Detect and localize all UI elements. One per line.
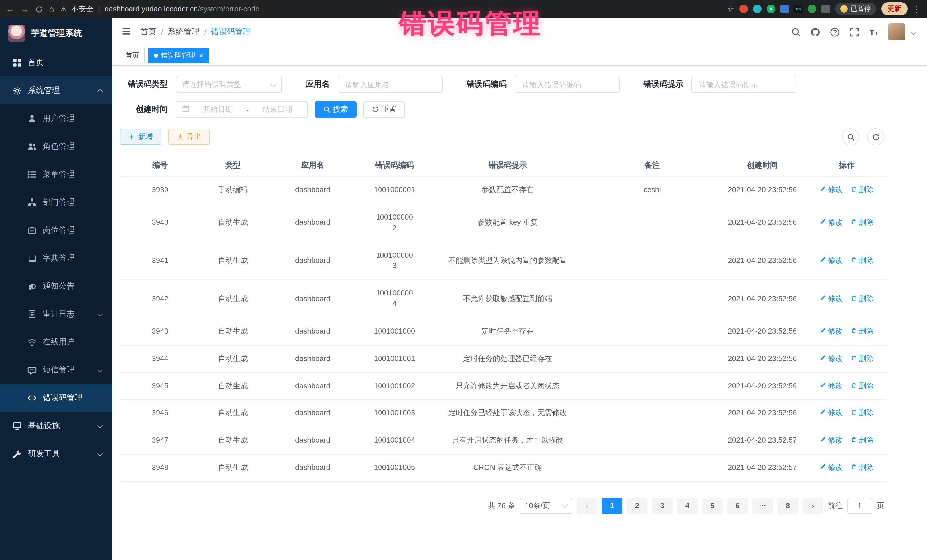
help-icon[interactable] — [830, 27, 840, 37]
sidebar-item-notices[interactable]: 通知公告 — [0, 272, 112, 300]
github-icon[interactable] — [811, 27, 820, 37]
tab-错误码管理[interactable]: 错误码管理× — [148, 48, 209, 63]
page-button-5[interactable]: 5 — [702, 498, 723, 514]
search-button[interactable]: 搜索 — [315, 101, 357, 118]
cell-id: 3941 — [120, 242, 200, 280]
sidebar-item-roles[interactable]: 角色管理 — [0, 132, 112, 160]
sidebar-item-menus[interactable]: 菜单管理 — [0, 160, 112, 188]
page-button-6[interactable]: 6 — [727, 498, 748, 514]
delete-link[interactable]: 删除 — [851, 293, 874, 304]
delete-link[interactable]: 删除 — [851, 217, 874, 228]
sidebar-item-infra[interactable]: 基础设施 — [0, 412, 112, 440]
delete-link[interactable]: 删除 — [851, 255, 874, 266]
edit-link[interactable]: 修改 — [820, 408, 843, 419]
error-type-select[interactable]: 请选择错误码类型 — [176, 76, 282, 93]
delete-icon — [851, 293, 857, 304]
ext-red-icon[interactable] — [739, 5, 748, 13]
home-icon[interactable]: ⌂ — [49, 5, 54, 13]
prev-page-button[interactable]: ‹ — [577, 498, 597, 514]
fullscreen-icon[interactable] — [849, 27, 859, 37]
ext-leaf-icon[interactable] — [808, 5, 816, 13]
edit-link[interactable]: 修改 — [820, 185, 843, 196]
logo[interactable]: 芋道管理系统 — [0, 18, 112, 49]
edit-link[interactable]: 修改 — [820, 255, 843, 266]
error-code-input[interactable] — [521, 80, 613, 89]
avatar[interactable] — [888, 23, 905, 41]
close-icon[interactable]: × — [199, 52, 203, 59]
sidebar: 芋道管理系统 首页系统管理用户管理角色管理菜单管理部门管理岗位管理字典管理通知公… — [0, 18, 112, 560]
hamburger-icon[interactable] — [122, 26, 131, 38]
export-button[interactable]: 导出 — [168, 129, 210, 145]
sidebar-item-audit-logs[interactable]: 审计日志 — [0, 300, 112, 328]
filter-hint-label: 错误码提示 — [643, 79, 684, 90]
page-size-select[interactable]: 10条/页 — [520, 498, 572, 514]
back-icon[interactable]: ← — [6, 5, 14, 13]
sidebar-item-dicts[interactable]: 字典管理 — [0, 244, 112, 272]
delete-link[interactable]: 删除 — [851, 408, 874, 419]
cell-id: 3946 — [120, 400, 200, 427]
ext-green-v-icon[interactable]: V — [767, 5, 775, 13]
edit-link[interactable]: 修改 — [820, 326, 843, 337]
ext-blue-grid-icon[interactable] — [780, 5, 789, 13]
page-button-2[interactable]: 2 — [627, 498, 647, 514]
edit-link[interactable]: 修改 — [820, 354, 843, 364]
browser-menu-icon[interactable]: ⋮ — [913, 4, 921, 14]
chevron-down-icon[interactable] — [911, 29, 916, 35]
delete-link[interactable]: 删除 — [851, 381, 874, 392]
edit-link[interactable]: 修改 — [820, 381, 843, 392]
reset-button[interactable]: 重置 — [363, 101, 405, 118]
breadcrumb-item[interactable]: 首页 — [140, 27, 156, 37]
logo-title: 芋道管理系统 — [31, 28, 82, 38]
error-hint-input[interactable] — [698, 80, 790, 89]
sidebar-item-home[interactable]: 首页 — [0, 49, 112, 76]
ext-vpn-on-icon[interactable]: on — [794, 5, 802, 13]
tab-首页[interactable]: 首页 — [120, 48, 145, 63]
paused-badge[interactable]: 已暂停 — [835, 3, 876, 15]
forward-icon[interactable]: → — [21, 5, 29, 13]
sidebar-item-depts[interactable]: 部门管理 — [0, 188, 112, 216]
search-icon[interactable] — [791, 27, 801, 37]
edit-link[interactable]: 修改 — [820, 293, 843, 304]
delete-link[interactable]: 删除 — [851, 185, 874, 196]
cell-hint: 定时任务不存在 — [429, 318, 586, 345]
delete-link-label: 删除 — [859, 381, 874, 392]
toggle-search-icon[interactable] — [842, 128, 859, 146]
edit-link[interactable]: 修改 — [820, 463, 843, 473]
goto-page-input[interactable] — [847, 498, 872, 514]
delete-link[interactable]: 删除 — [851, 463, 874, 473]
cell-code: 1001001003 — [360, 400, 429, 427]
app-name-input[interactable] — [344, 80, 436, 89]
bookmark-star-icon[interactable]: ☆ — [727, 4, 734, 14]
update-button[interactable]: 更新 — [881, 2, 907, 15]
sidebar-item-error-codes[interactable]: 错误码管理 — [0, 384, 112, 412]
delete-link[interactable]: 删除 — [851, 354, 874, 364]
sidebar-item-sms[interactable]: 短信管理 — [0, 356, 112, 384]
delete-link[interactable]: 删除 — [851, 436, 874, 446]
page-button-4[interactable]: 4 — [677, 498, 698, 514]
add-button[interactable]: 新增 — [120, 129, 161, 145]
date-range-picker[interactable]: 开始日期 - 结束日期 — [176, 101, 308, 118]
next-page-button[interactable]: › — [802, 498, 823, 514]
address-bar[interactable]: ⚠ 不安全 | dashboard.yudao.iocoder.cn/syste… — [61, 4, 260, 14]
reload-icon[interactable] — [35, 5, 43, 13]
sidebar-item-system[interactable]: 系统管理 — [0, 76, 112, 104]
breadcrumb-item[interactable]: 系统管理 — [168, 27, 200, 37]
page-button-3[interactable]: 3 — [652, 498, 673, 514]
page-button-8[interactable]: 8 — [778, 498, 798, 514]
sidebar-item-users[interactable]: 用户管理 — [0, 104, 112, 132]
delete-link-label: 删除 — [859, 185, 874, 196]
sidebar-item-online-users[interactable]: 在线用户 — [0, 328, 112, 356]
edit-link[interactable]: 修改 — [820, 436, 843, 446]
delete-link[interactable]: 删除 — [851, 326, 874, 337]
ext-teal-icon[interactable] — [753, 5, 761, 13]
table-row: 3939手动编辑dashboard1001000001参数配置不存在ceshi2… — [120, 176, 887, 204]
sidebar-item-posts[interactable]: 岗位管理 — [0, 216, 112, 244]
edit-link[interactable]: 修改 — [820, 217, 843, 228]
font-size-icon[interactable]: TT — [869, 27, 878, 37]
puzzle-icon[interactable] — [821, 5, 830, 13]
cell-remark — [586, 345, 718, 373]
refresh-icon[interactable] — [867, 128, 884, 146]
page-button-1[interactable]: 1 — [602, 498, 622, 514]
sidebar-item-dev-tools[interactable]: 研发工具 — [0, 440, 112, 467]
edit-icon — [820, 463, 826, 473]
